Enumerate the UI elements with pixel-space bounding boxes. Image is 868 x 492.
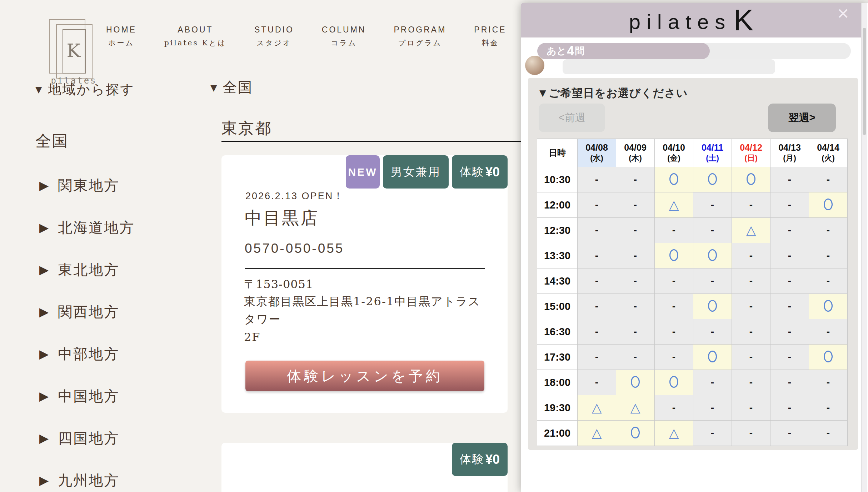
schedule-cell: - xyxy=(578,345,616,370)
schedule-day-date: 04/10 xyxy=(655,142,693,153)
slot-unavailable-mark: - xyxy=(672,301,675,312)
region-item[interactable]: ▶九州地方 xyxy=(39,459,135,492)
schedule-day-date: 04/11 xyxy=(693,142,732,153)
slot-few-triangle-icon: △ xyxy=(669,197,679,212)
schedule-cell: - xyxy=(770,192,809,218)
schedule-cell[interactable] xyxy=(809,192,848,218)
schedule-cell[interactable]: △ xyxy=(578,421,616,446)
schedule-time-label: 17:30 xyxy=(537,345,578,370)
slot-available-circle-icon xyxy=(669,173,678,185)
nav-item-about[interactable]: ABOUTpilates Kとは xyxy=(164,25,226,48)
slot-few-triangle-icon: △ xyxy=(630,400,640,415)
schedule-cell: - xyxy=(616,345,655,370)
region-item[interactable]: ▶中国地方 xyxy=(39,375,135,417)
region-item[interactable]: ▶四国地方 xyxy=(39,417,135,459)
region-item[interactable]: ▶北海道地方 xyxy=(39,206,135,248)
store-name: 中目黒店 xyxy=(245,207,319,230)
schedule-row: 16:30------- xyxy=(537,319,848,345)
prev-week-button[interactable]: <前週 xyxy=(539,104,605,132)
scrollbar-thumb[interactable] xyxy=(863,28,866,135)
schedule-day-weekday: (水) xyxy=(578,153,616,164)
schedule-cell: - xyxy=(770,294,809,319)
slot-unavailable-mark: - xyxy=(827,402,830,413)
progress-fill: あと 4 問 xyxy=(537,43,710,59)
schedule-cell[interactable] xyxy=(616,370,655,395)
schedule-cell[interactable] xyxy=(655,167,693,192)
slot-few-triangle-icon: △ xyxy=(746,223,756,237)
slot-unavailable-mark: - xyxy=(711,427,714,438)
slot-unavailable-mark: - xyxy=(595,301,598,312)
nav-item-home[interactable]: HOMEホーム xyxy=(106,25,136,48)
schedule-cell: - xyxy=(693,218,732,243)
slot-unavailable-mark: - xyxy=(749,199,753,210)
slot-unavailable-mark: - xyxy=(788,326,791,337)
progress-label-number: 4 xyxy=(567,44,574,59)
slot-unavailable-mark: - xyxy=(595,199,598,210)
slot-unavailable-mark: - xyxy=(827,174,830,185)
sidebar-heading[interactable]: ▼地域から探す xyxy=(35,81,135,99)
site-logo[interactable]: K pilates xyxy=(49,16,103,88)
schedule-row: 13:30----- xyxy=(537,243,848,268)
sidebar-item-nationwide[interactable]: 全国 xyxy=(35,131,68,152)
region-item[interactable]: ▶関東地方 xyxy=(39,164,135,206)
region-item[interactable]: ▶東北地方 xyxy=(39,248,135,291)
schedule-cell: - xyxy=(770,421,809,446)
schedule-cell[interactable]: △ xyxy=(655,421,693,446)
schedule-cell[interactable]: △ xyxy=(578,395,616,421)
schedule-time-label: 19:30 xyxy=(537,395,578,421)
modal-scrollbar[interactable] xyxy=(861,3,867,492)
schedule-day-date: 04/13 xyxy=(770,142,809,153)
nav-item-column[interactable]: COLUMNコラム xyxy=(322,25,366,48)
schedule-cell[interactable] xyxy=(809,294,848,319)
slot-unavailable-mark: - xyxy=(827,225,830,236)
slot-unavailable-mark: - xyxy=(595,225,598,236)
area-heading[interactable]: ▼全国 xyxy=(210,77,253,97)
brand-k-letter: K xyxy=(733,8,753,32)
nav-item-price[interactable]: PRICE料金 xyxy=(474,25,506,48)
schedule-cell[interactable] xyxy=(655,243,693,268)
unisex-badge: 男女兼用 xyxy=(383,155,449,189)
store-address-line2: 2F xyxy=(244,328,490,346)
schedule-cell[interactable] xyxy=(616,421,655,446)
store-card: NEW 男女兼用 体験¥0 2026.2.13 OPEN！ 中目黒店 0570-… xyxy=(221,155,508,413)
slot-unavailable-mark: - xyxy=(749,301,753,312)
schedule-time-label: 12:00 xyxy=(537,192,578,218)
slot-unavailable-mark: - xyxy=(711,199,714,210)
next-week-button[interactable]: 翌週> xyxy=(768,104,836,132)
slot-unavailable-mark: - xyxy=(788,301,791,312)
schedule-cell[interactable] xyxy=(655,370,693,395)
schedule-cell[interactable] xyxy=(693,294,732,319)
schedule-cell[interactable]: △ xyxy=(732,218,770,243)
schedule-cell[interactable] xyxy=(732,167,770,192)
nav-label-en: COLUMN xyxy=(322,25,366,35)
schedule-cell[interactable] xyxy=(693,167,732,192)
nav-item-studio[interactable]: STUDIOスタジオ xyxy=(254,25,294,48)
schedule-cell[interactable] xyxy=(693,243,732,268)
slot-available-circle-icon xyxy=(669,376,678,388)
schedule-row: 15:00----- xyxy=(537,294,848,319)
region-item[interactable]: ▶中部地方 xyxy=(39,333,135,375)
region-item[interactable]: ▶関西地方 xyxy=(39,291,135,333)
slot-unavailable-mark: - xyxy=(634,225,637,236)
slot-unavailable-mark: - xyxy=(827,275,830,286)
schedule-cell: - xyxy=(732,192,770,218)
schedule-day-weekday: (土) xyxy=(693,153,732,164)
schedule-cell[interactable]: △ xyxy=(655,192,693,218)
schedule-cell: - xyxy=(732,243,770,268)
trial-badge-amount: ¥0 xyxy=(485,452,500,467)
slot-unavailable-mark: - xyxy=(749,351,753,362)
nav-item-program[interactable]: PROGRAMプログラム xyxy=(394,25,446,48)
schedule-day-date: 04/14 xyxy=(809,142,847,153)
slot-unavailable-mark: - xyxy=(749,402,753,413)
reserve-trial-lesson-button[interactable]: 体験レッスンを予約 xyxy=(245,361,484,391)
close-icon[interactable]: ✕ xyxy=(837,6,849,21)
schedule-cell[interactable]: △ xyxy=(616,395,655,421)
slot-available-circle-icon xyxy=(669,249,678,261)
schedule-cell: - xyxy=(578,319,616,345)
slot-unavailable-mark: - xyxy=(634,250,637,261)
schedule-day-header: 04/13(月) xyxy=(770,139,809,167)
slot-available-circle-icon xyxy=(824,351,833,362)
nav-label-ja: スタジオ xyxy=(254,38,294,48)
schedule-cell[interactable] xyxy=(809,345,848,370)
schedule-cell[interactable] xyxy=(693,345,732,370)
